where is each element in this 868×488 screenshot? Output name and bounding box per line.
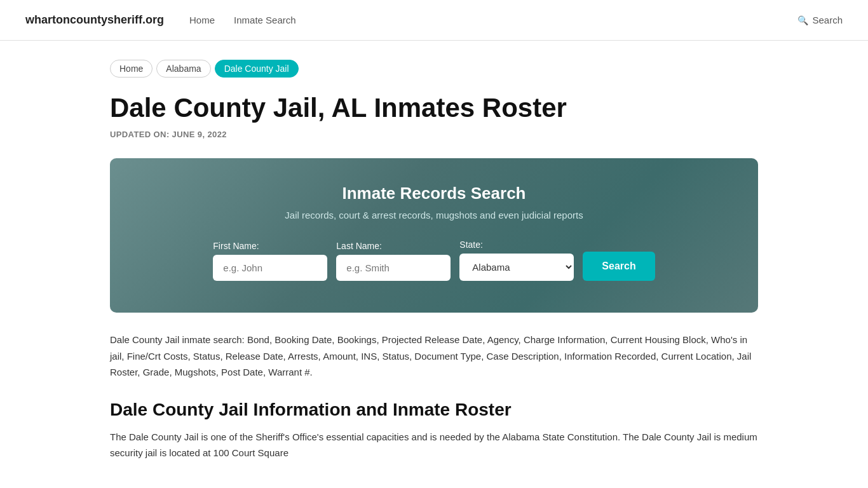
last-name-input[interactable] bbox=[336, 255, 451, 281]
nav-links: Home Inmate Search bbox=[189, 15, 797, 25]
nav-inmate-search-link[interactable]: Inmate Search bbox=[234, 15, 296, 25]
description-text: Dale County Jail inmate search: Bond, Bo… bbox=[110, 332, 758, 381]
navbar: whartoncountysheriff.org Home Inmate Sea… bbox=[0, 0, 868, 41]
nav-search-button[interactable]: 🔍 Search bbox=[797, 15, 843, 25]
updated-on: UPDATED ON: JUNE 9, 2022 bbox=[110, 130, 758, 139]
first-name-input[interactable] bbox=[213, 255, 327, 281]
info-section-text: The Dale County Jail is one of the Sheri… bbox=[110, 429, 758, 461]
main-content: Home Alabama Dale County Jail Dale Count… bbox=[85, 41, 783, 480]
site-brand[interactable]: whartoncountysheriff.org bbox=[25, 13, 164, 27]
first-name-label: First Name: bbox=[213, 241, 259, 251]
info-section-title: Dale County Jail Information and Inmate … bbox=[110, 400, 758, 420]
state-select[interactable]: Alabama Alaska Arizona Arkansas Californ… bbox=[459, 254, 574, 281]
nav-home-link[interactable]: Home bbox=[189, 15, 215, 25]
search-panel-subtitle: Jail records, court & arrest records, mu… bbox=[148, 210, 720, 220]
breadcrumb-home[interactable]: Home bbox=[110, 60, 153, 78]
search-panel-title: Inmate Records Search bbox=[148, 184, 720, 203]
breadcrumb-alabama[interactable]: Alabama bbox=[156, 60, 210, 78]
page-title: Dale County Jail, AL Inmates Roster bbox=[110, 93, 758, 123]
nav-search-label: Search bbox=[812, 15, 843, 25]
search-form: First Name: Last Name: State: Alabama Al… bbox=[148, 240, 720, 281]
breadcrumb-dale-county-jail[interactable]: Dale County Jail bbox=[215, 60, 299, 78]
state-label: State: bbox=[459, 240, 483, 250]
last-name-group: Last Name: bbox=[336, 241, 451, 281]
first-name-group: First Name: bbox=[213, 241, 327, 281]
search-icon: 🔍 bbox=[797, 15, 808, 25]
state-group: State: Alabama Alaska Arizona Arkansas C… bbox=[459, 240, 574, 281]
search-button[interactable]: Search bbox=[583, 252, 654, 281]
search-panel: Inmate Records Search Jail records, cour… bbox=[110, 158, 758, 313]
breadcrumb: Home Alabama Dale County Jail bbox=[110, 60, 758, 78]
last-name-label: Last Name: bbox=[336, 241, 382, 251]
